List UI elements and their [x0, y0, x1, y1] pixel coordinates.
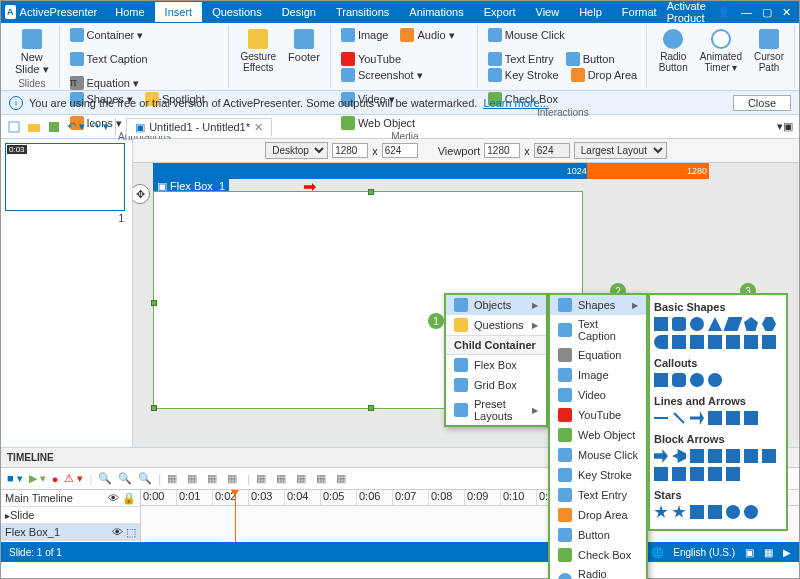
- mi-key[interactable]: Key Stroke: [550, 465, 646, 485]
- mi-questions[interactable]: Questions▶: [446, 315, 546, 335]
- equation-button[interactable]: πEquation ▾: [68, 75, 141, 91]
- tab-questions[interactable]: Questions: [202, 2, 272, 22]
- screenshot-button[interactable]: Screenshot ▾: [339, 67, 425, 83]
- droparea-button[interactable]: Drop Area: [569, 67, 640, 83]
- tab-animations[interactable]: Animations: [399, 2, 473, 22]
- gesture-button[interactable]: Gesture Effects: [237, 27, 281, 86]
- play-icon[interactable]: ▶ ▾: [29, 472, 46, 485]
- mi-gridbox[interactable]: Grid Box: [446, 375, 546, 395]
- learn-more-link[interactable]: Learn more...: [483, 97, 548, 109]
- objects-submenu: Shapes▶ Text Caption Equation Image Vide…: [548, 293, 648, 579]
- mi-web[interactable]: Web Object: [550, 425, 646, 445]
- mouseclick-button[interactable]: Mouse Click: [486, 27, 567, 43]
- tab-help[interactable]: Help: [569, 2, 612, 22]
- container-button[interactable]: Container ▾: [68, 27, 146, 43]
- window-user-icon[interactable]: 👤: [717, 6, 731, 19]
- document-tab[interactable]: ▣ Untitled1 - Untitled1* ✕: [126, 118, 272, 136]
- tab-insert[interactable]: Insert: [155, 2, 203, 22]
- mi-shapes[interactable]: Shapes▶: [550, 295, 646, 315]
- zoomin-icon[interactable]: 🔍: [118, 472, 132, 485]
- doc-close-icon[interactable]: ✕: [254, 121, 263, 134]
- redo-icon[interactable]: ↷ ▾: [91, 120, 109, 133]
- view-play-icon[interactable]: ▶: [783, 547, 791, 558]
- radio-button[interactable]: Radio Button: [655, 27, 692, 86]
- panel-toggle-icon[interactable]: ▾▣: [777, 120, 793, 133]
- activate-link[interactable]: Activate Product: [667, 0, 707, 24]
- playhead[interactable]: [235, 490, 236, 542]
- footer-button[interactable]: Footer: [284, 27, 324, 86]
- window-close-icon[interactable]: ✕: [782, 6, 791, 19]
- slide-thumbnail[interactable]: 0:03 1: [5, 143, 125, 211]
- info-close-button[interactable]: Close: [733, 95, 791, 111]
- mi-objects[interactable]: Objects▶: [446, 295, 546, 315]
- tab-home[interactable]: Home: [105, 2, 154, 22]
- textentry-button[interactable]: Text Entry: [486, 51, 556, 67]
- mi-drop[interactable]: Drop Area: [550, 505, 646, 525]
- mi-radio[interactable]: Radio Button: [550, 565, 646, 579]
- mi-preset[interactable]: Preset Layouts▶: [446, 395, 546, 425]
- width-input[interactable]: [332, 143, 368, 158]
- device-select[interactable]: Desktop: [265, 142, 328, 159]
- mi-youtube[interactable]: YouTube: [550, 405, 646, 425]
- zoomout-icon[interactable]: 🔍: [98, 472, 112, 485]
- vp-height-input[interactable]: [534, 143, 570, 158]
- move-handle-icon[interactable]: ✥: [133, 184, 150, 204]
- tab-design[interactable]: Design: [272, 2, 326, 22]
- shapes-gallery: Basic Shapes Callouts Lines and Arrows B…: [648, 293, 788, 531]
- zoomfit-icon[interactable]: 🔍: [138, 472, 152, 485]
- mi-button[interactable]: Button: [550, 525, 646, 545]
- open-icon[interactable]: [27, 120, 41, 134]
- youtube-button[interactable]: YouTube: [339, 51, 403, 67]
- mi-flexbox[interactable]: Flex Box: [446, 355, 546, 375]
- slide-panel: 0:03 1: [1, 139, 133, 447]
- mi-check[interactable]: Check Box: [550, 545, 646, 565]
- new-slide-button[interactable]: New Slide ▾: [11, 27, 53, 78]
- button-button[interactable]: Button: [564, 51, 617, 67]
- callout-1: 1: [428, 313, 444, 329]
- keystroke-button[interactable]: Key Stroke: [486, 67, 561, 83]
- track-flexbox[interactable]: Flex Box_1👁 ⬚: [1, 524, 140, 541]
- tab-transitions[interactable]: Transitions: [326, 2, 399, 22]
- mi-video[interactable]: Video: [550, 385, 646, 405]
- add-menu: Objects▶ Questions▶ Child Container Flex…: [444, 293, 548, 427]
- mi-caption[interactable]: Text Caption: [550, 315, 646, 345]
- svg-rect-1: [49, 122, 59, 132]
- webobject-button[interactable]: Web Object: [339, 115, 417, 131]
- doc-icon: ▣: [135, 121, 145, 134]
- new-icon[interactable]: [7, 120, 21, 134]
- tab-format[interactable]: Format: [612, 2, 667, 22]
- layout-select[interactable]: Largest Layout: [574, 142, 667, 159]
- tab-view[interactable]: View: [526, 2, 570, 22]
- stop-icon[interactable]: ■ ▾: [7, 472, 23, 485]
- warn-icon[interactable]: ⚠ ▾: [64, 472, 83, 485]
- audio-button[interactable]: Audio ▾: [398, 27, 456, 43]
- track-slide[interactable]: ▸ Slide: [1, 507, 140, 524]
- cursor-button[interactable]: Cursor Path: [750, 27, 788, 86]
- height-input[interactable]: [382, 143, 418, 158]
- vp-width-input[interactable]: [484, 143, 520, 158]
- svg-rect-0: [9, 122, 19, 132]
- shape-item[interactable]: [654, 317, 668, 331]
- info-icon: i: [9, 96, 23, 110]
- tab-export[interactable]: Export: [474, 2, 526, 22]
- save-icon[interactable]: [47, 120, 61, 134]
- group-slides: New Slide ▾ Slides: [5, 25, 60, 88]
- mi-equation[interactable]: Equation: [550, 345, 646, 365]
- mi-entry[interactable]: Text Entry: [550, 485, 646, 505]
- timer-button[interactable]: Animated Timer ▾: [696, 27, 746, 86]
- lang-icon[interactable]: 🌐: [651, 547, 663, 558]
- window-max-icon[interactable]: ▢: [762, 6, 772, 19]
- image-button[interactable]: Image: [339, 27, 391, 43]
- record-icon[interactable]: ●: [52, 473, 59, 485]
- view-normal-icon[interactable]: ▣: [745, 547, 754, 558]
- view-slides-icon[interactable]: ▦: [764, 547, 773, 558]
- status-bar: Slide: 1 of 1 🌐 English (U.S.) ▣ ▦ ▶: [1, 542, 799, 562]
- mi-image[interactable]: Image: [550, 365, 646, 385]
- breakpoint-ruler[interactable]: 1024 1280: [153, 163, 709, 179]
- app-name: ActivePresenter: [20, 6, 98, 18]
- canvas-toolbar: Desktop x Viewport x Largest Layout: [133, 139, 799, 163]
- mi-mouse[interactable]: Mouse Click: [550, 445, 646, 465]
- undo-icon[interactable]: ↶ ▾: [67, 120, 85, 133]
- text-caption-button[interactable]: Text Caption: [68, 51, 150, 67]
- window-min-icon[interactable]: —: [741, 6, 752, 18]
